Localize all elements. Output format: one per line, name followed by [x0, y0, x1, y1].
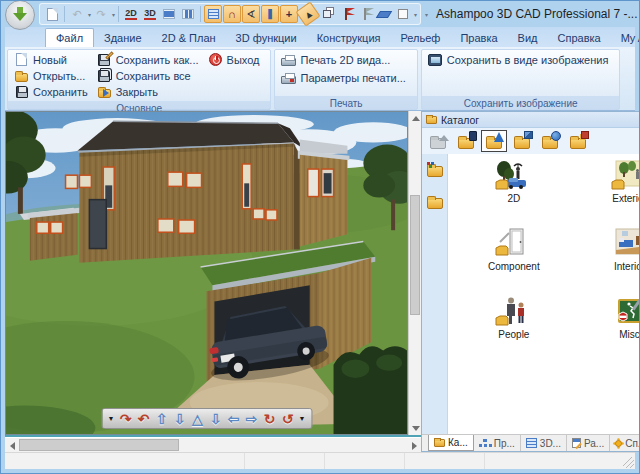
- viewport-vertical-scrollbar[interactable]: [408, 111, 421, 435]
- status-cell: [405, 453, 485, 469]
- tilt-up-button[interactable]: ↻: [261, 410, 278, 427]
- rotate-left-button[interactable]: ↶: [135, 410, 152, 427]
- move-up-button[interactable]: ⇧: [153, 410, 170, 427]
- grid-toggle-button[interactable]: [204, 5, 222, 23]
- tilt-down-button[interactable]: ↺: [279, 410, 296, 427]
- split-horizontal-button[interactable]: [160, 5, 178, 23]
- tab-edit[interactable]: Правка: [450, 29, 507, 47]
- close-file-button[interactable]: Закрыть: [95, 84, 206, 99]
- save-label: Сохранить: [33, 86, 88, 98]
- move-down-button[interactable]: ⇩: [171, 410, 188, 427]
- cube-view-button[interactable]: [394, 5, 412, 23]
- catalog-up-level-button[interactable]: [425, 130, 451, 152]
- catalog-item-misc[interactable]: Misc: [572, 296, 640, 340]
- qat-overflow-button[interactable]: ▾: [425, 11, 428, 18]
- measure-snap-button[interactable]: +: [280, 5, 298, 23]
- catalog-objects-button[interactable]: [481, 130, 507, 152]
- panel-tab-catalog[interactable]: Ка...: [428, 435, 474, 451]
- nav-expand-left[interactable]: ▼: [106, 410, 116, 427]
- catalog-title: Каталог: [441, 114, 479, 126]
- copy-elements-button[interactable]: [318, 5, 336, 23]
- move-right-button[interactable]: ⇨: [243, 410, 260, 427]
- right-arrow-icon: [412, 442, 421, 450]
- flag-gray-button[interactable]: [356, 5, 374, 23]
- catalog-item-component[interactable]: Component: [456, 228, 572, 272]
- catalog-materials-button[interactable]: [509, 130, 535, 152]
- panel-tab-work[interactable]: Ра...: [567, 435, 610, 451]
- print-settings-button[interactable]: Параметры печати...: [279, 71, 412, 85]
- zoom-forward-button[interactable]: △: [189, 410, 206, 427]
- tab-building[interactable]: Здание: [94, 29, 152, 47]
- undo-dropdown-icon[interactable]: ▾: [88, 11, 91, 18]
- tab-help[interactable]: Справка: [548, 29, 611, 47]
- catalog-item-exterior[interactable]: Exterior: [572, 160, 640, 204]
- flag-red-button[interactable]: [337, 5, 355, 23]
- catalog-panel: Каталог: [421, 111, 640, 452]
- viewport-horizontal-scrollbar[interactable]: [5, 437, 421, 452]
- exit-button[interactable]: Выход: [206, 52, 267, 67]
- tab-terrain[interactable]: Рельеф: [391, 29, 451, 47]
- panel-tab-project[interactable]: Пр...: [474, 435, 521, 451]
- tab-my-ashampoo[interactable]: My Ashampoo: [611, 29, 640, 47]
- gray-flag-icon: [364, 8, 366, 20]
- save-all-button[interactable]: Сохранить все: [95, 68, 206, 83]
- catalog-plain-folder-button[interactable]: [424, 192, 446, 210]
- catalog-item-people[interactable]: People: [456, 296, 572, 340]
- split-vertical-button[interactable]: [179, 5, 197, 23]
- view-2d-button[interactable]: 2D: [122, 5, 140, 23]
- catalog-group-button[interactable]: [424, 160, 446, 178]
- catalog-doors-button[interactable]: [453, 130, 479, 152]
- catalog-item-label: 2D: [507, 193, 520, 204]
- scroll-left-button[interactable]: [5, 438, 18, 453]
- save-button[interactable]: Сохранить: [12, 84, 95, 99]
- save-as-button[interactable]: Сохранить как...: [95, 52, 206, 67]
- scroll-right-button[interactable]: [408, 438, 421, 453]
- snap-magnet-button[interactable]: ∩: [223, 5, 241, 23]
- vertical-scroll-thumb[interactable]: [410, 195, 420, 315]
- panel-tab-label: 3D...: [540, 438, 561, 449]
- tab-construction[interactable]: Конструкция: [307, 29, 391, 47]
- open-button[interactable]: Открыть...: [12, 68, 95, 83]
- 3d-scene[interactable]: [6, 112, 407, 434]
- open-label: Открыть...: [33, 70, 85, 82]
- tab-3d-functions[interactable]: 3D функции: [226, 29, 307, 47]
- view-3d-button[interactable]: 3D: [141, 5, 159, 23]
- app-menu-button[interactable]: [5, 0, 35, 30]
- roof-tool-button[interactable]: [375, 5, 393, 23]
- panel-tab-reference[interactable]: Сп...: [610, 435, 640, 451]
- cube-view-dropdown-icon[interactable]: ▾: [414, 11, 417, 18]
- ribbon-group-main: Новый Открыть... Сохранить Сохранить как…: [7, 49, 271, 110]
- print-2d-button[interactable]: Печать 2D вида...: [279, 53, 412, 67]
- tab-2d-plan[interactable]: 2D & План: [152, 29, 226, 47]
- undo-button[interactable]: ↶: [68, 5, 86, 23]
- exit-label: Выход: [227, 54, 260, 66]
- redo-button[interactable]: ↷: [92, 5, 110, 23]
- 3d-viewport[interactable]: ▼ ↷ ↶ ⇧ ⇩ △ ⇩ ⇦ ⇨ ↻ ↺ ▼: [5, 111, 408, 435]
- panel-tab-3d[interactable]: 3D...: [521, 435, 567, 451]
- catalog-item-interior[interactable]: Interior: [572, 228, 640, 272]
- new-document-icon[interactable]: [43, 5, 61, 23]
- angle-snap-button[interactable]: ∢: [242, 5, 260, 23]
- tab-view[interactable]: Вид: [508, 29, 548, 47]
- resize-grip[interactable]: [623, 457, 634, 468]
- redo-dropdown-icon[interactable]: ▾: [112, 11, 115, 18]
- horizontal-scroll-thumb[interactable]: [19, 439, 179, 451]
- select-cursor-button[interactable]: ▲: [295, 1, 320, 26]
- tab-file[interactable]: Файл: [45, 28, 94, 47]
- catalog-web-button[interactable]: [537, 130, 563, 152]
- nav-expand-right[interactable]: ▼: [297, 410, 307, 427]
- save-as-image-button[interactable]: Сохранить в виде изображения: [426, 53, 616, 67]
- move-left-button[interactable]: ⇦: [225, 410, 242, 427]
- parallel-guides-button[interactable]: ⫼: [261, 5, 279, 23]
- scroll-down-button[interactable]: [409, 422, 422, 435]
- zoom-back-button[interactable]: ⇩: [207, 410, 224, 427]
- up-arrow-overlay-icon: [439, 130, 449, 141]
- catalog-item-label: Component: [488, 261, 540, 272]
- hierarchy-tab-icon: [483, 439, 487, 442]
- new-button[interactable]: Новый: [12, 52, 95, 67]
- catalog-3d-objects-button[interactable]: [565, 130, 591, 152]
- catalog-item-2d[interactable]: 2D: [456, 160, 572, 204]
- catalog-item-icon-misc: [610, 296, 640, 328]
- scroll-up-button[interactable]: [409, 111, 422, 124]
- rotate-right-button[interactable]: ↷: [117, 410, 134, 427]
